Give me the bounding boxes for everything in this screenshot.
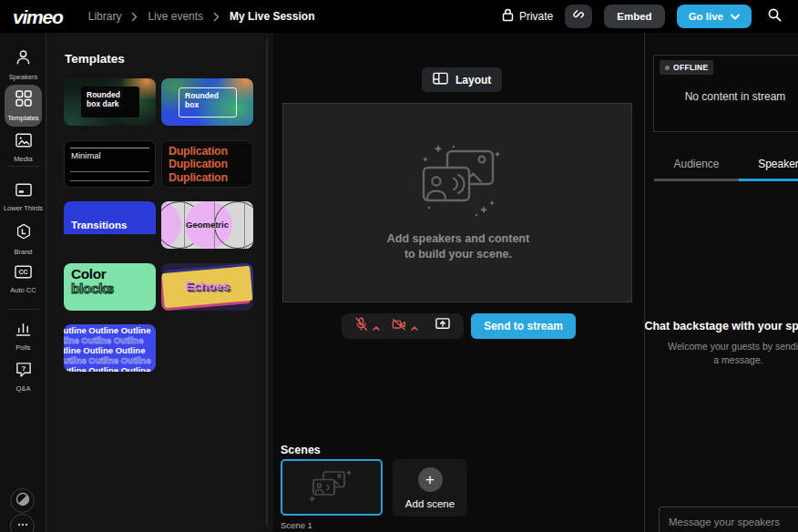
template-preview-label: Transitions (71, 220, 127, 230)
template-preview-label: Rounded box dark (81, 87, 139, 118)
templates-panel: Templates Rounded box dark Rounded box M… (46, 33, 273, 532)
sidebar-item-label: Q&A (16, 384, 31, 393)
template-preview-label: Rounded box (179, 87, 237, 118)
sidebar-item-media[interactable]: Media (0, 132, 46, 163)
template-card-outline[interactable]: Outline Outline Outline Outline Outline … (64, 324, 156, 372)
template-preview-label: Echoes (161, 279, 253, 292)
camera-mute-button[interactable] (388, 317, 421, 335)
chat-empty-title: Chat backstage with your speakers (644, 320, 798, 332)
template-card-echoes[interactable]: Echoes (161, 263, 253, 311)
sidebar-item-lower-thirds[interactable]: Lower Thirds (0, 182, 46, 212)
sidebar-item-auto-cc[interactable]: CC Auto CC (0, 264, 46, 294)
sidebar-item-brand[interactable]: Brand (0, 222, 46, 256)
more-options-button[interactable] (10, 514, 35, 532)
brand-icon (15, 222, 33, 245)
speakers-icon (14, 48, 33, 70)
breadcrumb-library[interactable]: Library (88, 10, 122, 23)
link-icon (571, 7, 586, 26)
add-scene-label: Add scene (405, 498, 455, 509)
chevron-down-icon (731, 11, 740, 22)
svg-text:?: ? (21, 364, 26, 373)
template-card-minimal[interactable]: Minimal (64, 140, 156, 188)
polls-icon (15, 321, 32, 341)
sidebar-item-polls[interactable]: Polls (0, 321, 46, 352)
sidebar-item-label: Brand (14, 248, 32, 256)
scene-1-thumbnail[interactable] (281, 459, 383, 516)
stage-area: Layout (273, 33, 644, 532)
templates-scrollbar[interactable] (266, 38, 268, 527)
sidebar-item-label: Media (14, 155, 32, 163)
device-controls-pill (342, 313, 464, 339)
template-card-rounded-box[interactable]: Rounded box (161, 78, 253, 126)
plus-icon: + (418, 467, 443, 492)
template-preview-label: Outline Outline Outline (64, 365, 156, 372)
template-card-color-blocks[interactable]: Color blocks (64, 263, 156, 311)
chat-empty-subtitle: Welcome your guests by sending a message… (645, 340, 798, 367)
contrast-toggle-button[interactable] (10, 488, 35, 513)
media-icon (15, 132, 33, 152)
message-input[interactable] (659, 506, 798, 532)
sidebar-item-label: Polls (15, 343, 30, 352)
template-preview-label: Outline Outline Outline (64, 325, 156, 335)
layout-icon (433, 72, 448, 87)
sidebar-item-templates[interactable]: Templates (0, 89, 46, 122)
template-card-transitions[interactable]: Transitions (64, 201, 156, 249)
template-card-rounded-box-dark[interactable]: Rounded box dark (64, 78, 156, 126)
offline-label: OFFLINE (673, 63, 708, 72)
lower-thirds-icon (15, 182, 33, 201)
screen-share-button[interactable] (431, 317, 455, 335)
chat-tabs: Audience Speakers (654, 158, 798, 179)
stream-preview: OFFLINE No content in stream (653, 55, 798, 132)
sidebar-item-qa[interactable]: ? Q&A (0, 361, 46, 393)
camera-options-caret-icon[interactable] (411, 318, 418, 334)
template-preview-label: Geometric (161, 220, 253, 230)
template-preview-label: Duplication (169, 171, 246, 184)
send-to-stream-button[interactable]: Send to stream (471, 313, 576, 339)
go-live-button[interactable]: Go live (677, 5, 752, 28)
offline-status-badge: OFFLINE (660, 60, 713, 75)
privacy-status: Private (502, 8, 553, 25)
mic-options-caret-icon[interactable] (373, 318, 380, 334)
add-content-illustration-icon (413, 144, 504, 224)
tab-audience[interactable]: Audience (654, 158, 739, 179)
scene-placeholder-icon (310, 468, 353, 506)
tab-track-active (739, 179, 798, 181)
template-card-duplication[interactable]: Duplication Duplication Duplication (161, 140, 253, 188)
copy-link-button[interactable] (565, 5, 592, 28)
privacy-label: Private (519, 10, 553, 23)
sidebar-item-label: Lower Thirds (4, 204, 43, 212)
vimeo-logo[interactable]: vimeo (13, 7, 63, 26)
scene-1-name: Scene 1 (281, 520, 312, 530)
minimal-line (70, 148, 149, 148)
template-card-geometric[interactable]: Geometric (161, 201, 253, 249)
right-panel: OFFLINE No content in stream Audience Sp… (644, 33, 798, 532)
tab-track-inactive (654, 179, 739, 181)
embed-button[interactable]: Embed (604, 5, 664, 28)
template-preview-label: Outline Outline Outline (64, 335, 156, 345)
svg-text:CC: CC (19, 269, 28, 275)
templates-panel-title: Templates (65, 52, 125, 66)
empty-scene-message: Add speakers and content to build your s… (387, 231, 529, 262)
layout-button[interactable]: Layout (422, 67, 502, 92)
status-dot-icon (665, 66, 670, 70)
minimal-line (70, 180, 149, 181)
template-preview-label: Duplication (169, 145, 246, 158)
template-preview-label: Duplication (169, 158, 246, 170)
mic-mute-button[interactable] (351, 316, 383, 336)
add-scene-button[interactable]: + Add scene (393, 459, 467, 517)
search-button[interactable] (763, 5, 785, 27)
template-preview-label: Color (71, 267, 148, 281)
app-window: vimeo Library Live events My Live Sessio… (0, 0, 798, 532)
scene-canvas: Add speakers and content to build your s… (282, 103, 632, 302)
contrast-icon (15, 492, 30, 510)
breadcrumb-chevron-icon (213, 12, 220, 22)
layout-button-label: Layout (455, 74, 491, 87)
camera-muted-icon (391, 317, 407, 335)
sidebar-item-speakers[interactable]: Speakers (0, 48, 46, 81)
left-sidebar: Speakers Templates Media (0, 33, 46, 532)
search-icon (767, 7, 783, 26)
breadcrumb-live-events[interactable]: Live events (148, 10, 203, 23)
tab-speakers[interactable]: Speakers (739, 158, 798, 179)
lock-icon (502, 8, 514, 25)
sidebar-item-label: Templates (7, 114, 38, 122)
